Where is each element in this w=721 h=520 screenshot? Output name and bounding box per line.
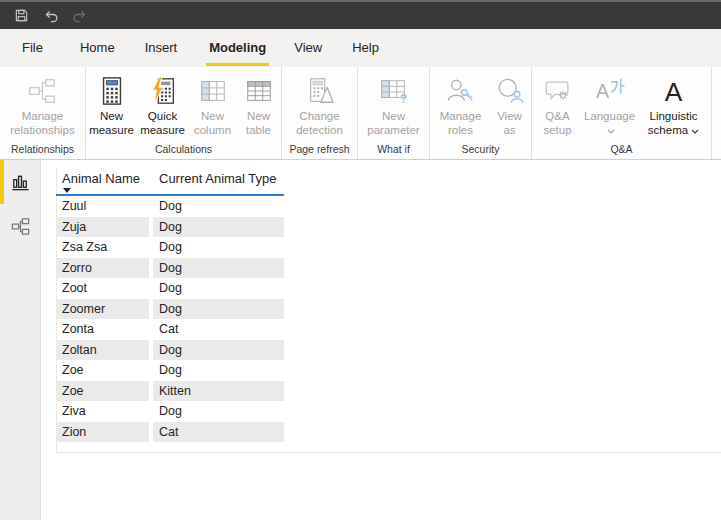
ribbon-group-calculations: New measure bbox=[86, 67, 282, 159]
view-switcher-sidebar bbox=[0, 160, 41, 520]
table-row: ZoomerDog bbox=[56, 299, 284, 320]
qa-setup-button[interactable]: Q&A setup bbox=[534, 73, 582, 137]
column-header-animal-name[interactable]: Animal Name bbox=[56, 168, 149, 194]
manage-relationships-button[interactable]: Manage relationships bbox=[10, 73, 75, 137]
change-detection-button[interactable]: Change detection bbox=[285, 73, 355, 137]
cell-animal-name[interactable]: Zorro bbox=[56, 258, 149, 279]
svg-text:?: ? bbox=[399, 92, 406, 106]
table-row: ZujaDog bbox=[56, 217, 284, 238]
save-button[interactable] bbox=[13, 7, 30, 24]
cell-animal-type[interactable]: Dog bbox=[153, 237, 284, 258]
button-label: schema bbox=[648, 123, 699, 137]
table-row: ZuulDog bbox=[56, 196, 284, 217]
table-row: ZivaDog bbox=[56, 401, 284, 422]
new-measure-button[interactable]: New measure bbox=[88, 73, 136, 137]
cell-animal-type[interactable]: Dog bbox=[153, 217, 284, 238]
menu-file[interactable]: File bbox=[22, 39, 43, 57]
menu-help[interactable]: Help bbox=[352, 39, 379, 57]
new-table-button[interactable]: New table bbox=[238, 73, 280, 137]
new-parameter-button[interactable]: ? New parameter bbox=[360, 73, 428, 137]
cell-animal-type[interactable]: Kitten bbox=[153, 381, 284, 402]
new-column-icon bbox=[198, 76, 228, 106]
cell-animal-type[interactable]: Dog bbox=[153, 258, 284, 279]
menu-view[interactable]: View bbox=[294, 39, 322, 57]
model-view-icon bbox=[10, 216, 31, 237]
language-icon: A bbox=[595, 76, 625, 106]
cell-animal-type[interactable]: Dog bbox=[153, 401, 284, 422]
ribbon-group-what-if: ? New parameter What if bbox=[358, 67, 430, 159]
new-column-button[interactable]: New column bbox=[190, 73, 236, 137]
group-label-page-refresh: Page refresh bbox=[282, 143, 357, 159]
ribbon-group-relationships: Manage relationships Relationships bbox=[0, 67, 86, 159]
menu-home[interactable]: Home bbox=[80, 39, 115, 57]
cell-animal-name[interactable]: Zoomer bbox=[56, 299, 149, 320]
redo-button[interactable] bbox=[71, 7, 88, 24]
table-row: ZootDog bbox=[56, 278, 284, 299]
new-measure-icon bbox=[97, 76, 127, 106]
cell-animal-name[interactable]: Zsa Zsa bbox=[56, 237, 149, 258]
cell-animal-type[interactable]: Cat bbox=[153, 319, 284, 340]
cell-animal-type[interactable]: Dog bbox=[153, 340, 284, 361]
quick-measure-button[interactable]: Quick measure bbox=[138, 73, 188, 137]
change-detection-icon bbox=[305, 76, 335, 106]
cell-animal-name[interactable]: Zonta bbox=[56, 319, 149, 340]
qa-setup-icon bbox=[543, 76, 573, 106]
button-label: Change bbox=[299, 109, 339, 123]
report-view-icon bbox=[10, 172, 31, 193]
svg-text:A: A bbox=[664, 77, 682, 106]
button-label: parameter bbox=[367, 123, 419, 137]
button-label: Quick bbox=[148, 109, 177, 123]
button-label: New bbox=[100, 109, 123, 123]
view-as-button[interactable]: View as bbox=[491, 73, 529, 137]
button-label: Linguistic bbox=[650, 109, 698, 123]
manage-roles-button[interactable]: Manage roles bbox=[433, 73, 489, 137]
cell-animal-type[interactable]: Dog bbox=[153, 299, 284, 320]
sidebar-item-report-view[interactable] bbox=[0, 160, 40, 204]
cell-animal-type[interactable]: Dog bbox=[153, 278, 284, 299]
redo-icon bbox=[72, 8, 88, 24]
group-label-relationships: Relationships bbox=[0, 143, 85, 159]
button-label: detection bbox=[296, 123, 343, 137]
powerbi-window: File Home Insert Modeling View Help bbox=[0, 0, 721, 520]
manage-relationships-icon bbox=[27, 76, 57, 106]
cell-animal-name[interactable]: Zoltan bbox=[56, 340, 149, 361]
cell-animal-name[interactable]: Zion bbox=[56, 422, 149, 443]
cell-animal-name[interactable]: Zuul bbox=[56, 196, 149, 217]
cell-animal-name[interactable]: Zoot bbox=[56, 278, 149, 299]
view-as-icon bbox=[495, 76, 525, 106]
group-label-calculations: Calculations bbox=[86, 143, 281, 159]
cell-animal-name[interactable]: Ziva bbox=[56, 401, 149, 422]
svg-text:A: A bbox=[595, 80, 609, 102]
language-button[interactable]: A Language bbox=[584, 73, 636, 137]
linguistic-schema-icon: A bbox=[659, 76, 689, 106]
cell-animal-type[interactable]: Cat bbox=[153, 422, 284, 443]
button-label: Language bbox=[584, 109, 635, 123]
save-icon bbox=[14, 8, 29, 23]
ribbon: Manage relationships Relationships bbox=[0, 67, 721, 160]
button-label: Manage bbox=[440, 109, 482, 123]
button-label: setup bbox=[543, 123, 571, 137]
table-row: Zsa ZsaDog bbox=[56, 237, 284, 258]
menu-insert[interactable]: Insert bbox=[145, 39, 178, 57]
undo-button[interactable] bbox=[42, 7, 59, 24]
cell-animal-type[interactable]: Dog bbox=[153, 196, 284, 217]
grid-bottom-border bbox=[56, 452, 721, 453]
menu-modeling[interactable]: Modeling bbox=[209, 39, 266, 57]
button-label: New bbox=[382, 109, 405, 123]
ribbon-group-security: Manage roles View as Security bbox=[430, 67, 532, 159]
column-header-current-animal-type[interactable]: Current Animal Type bbox=[153, 168, 284, 194]
sidebar-item-model-view[interactable] bbox=[0, 204, 40, 248]
cell-animal-name[interactable]: Zuja bbox=[56, 217, 149, 238]
group-label-qa: Q&A bbox=[532, 143, 711, 159]
table-row: ZoeDog bbox=[56, 360, 284, 381]
button-label: measure bbox=[140, 123, 185, 137]
linguistic-schema-button[interactable]: A Linguistic schema bbox=[638, 73, 710, 137]
grid-body: ZuulDog ZujaDog Zsa ZsaDog ZorroDog Zoot… bbox=[56, 196, 284, 442]
cell-animal-name[interactable]: Zoe bbox=[56, 381, 149, 402]
cell-animal-type[interactable]: Dog bbox=[153, 360, 284, 381]
table-row: ZionCat bbox=[56, 422, 284, 443]
cell-animal-name[interactable]: Zoe bbox=[56, 360, 149, 381]
button-label: as bbox=[503, 123, 515, 137]
ribbon-group-page-refresh: Change detection Page refresh bbox=[282, 67, 358, 159]
button-label: measure bbox=[89, 123, 134, 137]
